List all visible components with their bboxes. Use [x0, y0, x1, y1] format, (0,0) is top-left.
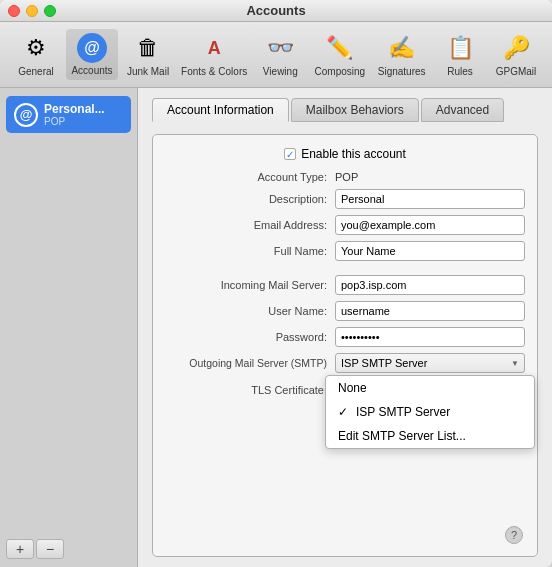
fullname-row: Full Name: [165, 241, 525, 261]
toolbar-viewing[interactable]: 👓 Viewing [254, 28, 306, 81]
gpgmail-icon: 🔑 [500, 32, 532, 64]
sidebar-account-item[interactable]: @ Personal... POP [6, 96, 131, 133]
tab-bar: Account Information Mailbox Behaviors Ad… [152, 98, 538, 122]
minimize-button[interactable] [26, 5, 38, 17]
rules-icon: 📋 [444, 32, 476, 64]
dropdown-item-isp[interactable]: ISP SMTP Server [326, 400, 534, 424]
email-label: Email Address: [165, 219, 335, 231]
remove-account-button[interactable]: − [36, 539, 64, 559]
account-type-badge: POP [44, 116, 105, 127]
account-type-row: Account Type: POP [165, 171, 525, 183]
username-label: User Name: [165, 305, 335, 317]
toolbar: ⚙ General @ Accounts 🗑 Junk Mail A Fonts… [0, 22, 552, 88]
dropdown-item-none[interactable]: None [326, 376, 534, 400]
outgoing-label: Outgoing Mail Server (SMTP) [165, 357, 335, 369]
tab-account-info[interactable]: Account Information [152, 98, 289, 122]
accounts-icon: @ [77, 33, 107, 63]
outgoing-dropdown-menu: None ISP SMTP Server Edit SMTP Server Li… [325, 375, 535, 449]
account-name: Personal... [44, 102, 105, 116]
general-icon: ⚙ [20, 32, 52, 64]
username-row: User Name: [165, 301, 525, 321]
incoming-label: Incoming Mail Server: [165, 279, 335, 291]
fullname-label: Full Name: [165, 245, 335, 257]
toolbar-rules[interactable]: 📋 Rules [434, 28, 486, 81]
incoming-row: Incoming Mail Server: [165, 275, 525, 295]
content-area: @ Personal... POP + − Account Informatio… [0, 88, 552, 567]
tls-label: TLS Certificate: [165, 384, 335, 396]
window: Accounts ⚙ General @ Accounts 🗑 Junk Mai… [0, 0, 552, 567]
fullname-input[interactable] [335, 241, 525, 261]
main-panel: Account Information Mailbox Behaviors Ad… [138, 88, 552, 567]
tab-advanced[interactable]: Advanced [421, 98, 504, 122]
composing-icon: ✏️ [324, 32, 356, 64]
outgoing-dropdown[interactable]: ISP SMTP Server ▼ [335, 353, 525, 373]
sidebar: @ Personal... POP + − [0, 88, 138, 567]
isp-label: ISP SMTP Server [356, 405, 450, 419]
incoming-input[interactable] [335, 275, 525, 295]
toolbar-composing[interactable]: ✏️ Composing [310, 28, 369, 81]
toolbar-accounts[interactable]: @ Accounts [66, 29, 118, 80]
fonts-icon: A [198, 32, 230, 64]
help-button[interactable]: ? [505, 526, 523, 544]
account-icon: @ [14, 103, 38, 127]
toolbar-fonts[interactable]: A Fonts & Colors [178, 28, 250, 81]
email-row: Email Address: [165, 215, 525, 235]
account-type-value: POP [335, 171, 358, 183]
toolbar-signatures[interactable]: ✍️ Signatures [373, 28, 430, 81]
description-row: Description: [165, 189, 525, 209]
toolbar-gpgmail[interactable]: 🔑 GPGMail [490, 28, 542, 81]
signatures-icon: ✍️ [386, 32, 418, 64]
close-button[interactable] [8, 5, 20, 17]
outgoing-row: Outgoing Mail Server (SMTP) ISP SMTP Ser… [165, 353, 525, 373]
sidebar-footer: + − [6, 539, 131, 559]
none-label: None [338, 381, 367, 395]
window-controls [8, 5, 56, 17]
viewing-icon: 👓 [264, 32, 296, 64]
email-input[interactable] [335, 215, 525, 235]
dropdown-item-edit[interactable]: Edit SMTP Server List... [326, 424, 534, 448]
account-type-label: Account Type: [165, 171, 335, 183]
password-label: Password: [165, 331, 335, 343]
username-input[interactable] [335, 301, 525, 321]
dropdown-arrow-icon: ▼ [511, 359, 519, 368]
description-label: Description: [165, 193, 335, 205]
enable-checkbox[interactable]: ✓ [284, 148, 296, 160]
outgoing-selected: ISP SMTP Server [341, 357, 427, 369]
add-account-button[interactable]: + [6, 539, 34, 559]
maximize-button[interactable] [44, 5, 56, 17]
edit-label: Edit SMTP Server List... [338, 429, 466, 443]
tab-mailbox[interactable]: Mailbox Behaviors [291, 98, 419, 122]
junk-icon: 🗑 [132, 32, 164, 64]
description-input[interactable] [335, 189, 525, 209]
toolbar-junk[interactable]: 🗑 Junk Mail [122, 28, 174, 81]
enable-label: Enable this account [301, 147, 406, 161]
account-info: Personal... POP [44, 102, 105, 127]
account-info-panel: ✓ Enable this account Account Type: POP … [152, 134, 538, 557]
title-bar: Accounts [0, 0, 552, 22]
toolbar-general[interactable]: ⚙ General [10, 28, 62, 81]
window-title: Accounts [246, 3, 305, 18]
outgoing-dropdown-container: ISP SMTP Server ▼ None ISP SMTP Server [335, 353, 525, 373]
enable-row: ✓ Enable this account [165, 147, 525, 161]
password-row: Password: [165, 327, 525, 347]
password-input[interactable] [335, 327, 525, 347]
